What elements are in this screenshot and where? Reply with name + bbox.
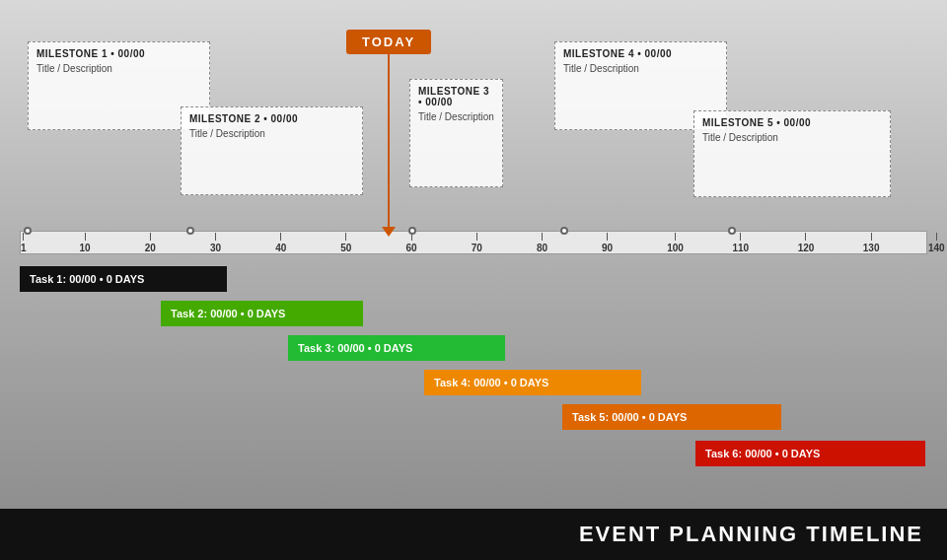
milestone-desc-m2: Title / Description (189, 128, 354, 139)
task-bar-t2: Task 2: 00/00 • 0 DAYS (161, 301, 363, 326)
ruler-tick-line (607, 233, 608, 241)
ruler-tick-label: 140 (928, 243, 945, 253)
task-bar-t6: Task 6: 00/00 • 0 DAYS (695, 441, 925, 466)
ruler-tick: 30 (210, 233, 221, 253)
milestone-box-m5: MILESTONE 5 • 00/00Title / Description (693, 110, 891, 197)
ruler-tick: 70 (472, 233, 482, 253)
ruler-tick-line (740, 233, 741, 241)
milestone-desc-m1: Title / Description (36, 63, 201, 74)
ruler-tick-line (280, 233, 281, 241)
ruler-tick: 120 (798, 233, 815, 253)
task-bar-t3: Task 3: 00/00 • 0 DAYS (288, 335, 505, 361)
milestone-desc-m4: Title / Description (563, 63, 718, 74)
milestone-dot-m5 (728, 227, 736, 235)
milestone-title-m2: MILESTONE 2 • 00/00 (189, 113, 354, 124)
task-label-t5: Task 5: 00/00 • 0 DAYS (572, 411, 687, 423)
ruler-tick: 100 (667, 233, 684, 253)
ruler-tick: 40 (275, 233, 286, 253)
main-container: MILESTONE 1 • 00/00Title / DescriptionMI… (0, 0, 947, 560)
task-label-t4: Task 4: 00/00 • 0 DAYS (434, 377, 548, 388)
task-label-t3: Task 3: 00/00 • 0 DAYS (298, 342, 412, 354)
milestone-dot-m4 (560, 227, 568, 235)
ruler-tick-label: 60 (406, 243, 417, 253)
ruler-tick-line (675, 233, 676, 241)
milestone-box-m2: MILESTONE 2 • 00/00Title / Description (181, 106, 363, 195)
page-title: EVENT PLANNING TIMELINE (579, 522, 923, 547)
ruler-tick: 10 (80, 233, 91, 253)
ruler-tick-label: 120 (798, 243, 815, 253)
ruler-tick-line (542, 233, 543, 241)
today-marker: TODAY (346, 30, 431, 237)
today-arrow (382, 227, 396, 237)
task-label-t6: Task 6: 00/00 • 0 DAYS (705, 448, 820, 459)
ruler-tick: 140 (928, 233, 945, 253)
ruler-tick: 1 (21, 233, 27, 253)
ruler-tick: 90 (602, 233, 613, 253)
milestone-dot-m2 (186, 227, 194, 235)
task-label-t2: Task 2: 00/00 • 0 DAYS (171, 308, 285, 319)
today-line (388, 54, 390, 227)
ruler-tick-label: 80 (537, 243, 547, 253)
ruler-tick-line (805, 233, 806, 241)
ruler-tick-label: 1 (21, 243, 27, 253)
ruler-tick-label: 30 (210, 243, 221, 253)
ruler-tick-line (85, 233, 86, 241)
ruler-tick-label: 100 (667, 243, 684, 253)
ruler-tick-label: 10 (80, 243, 91, 253)
milestone-desc-m5: Title / Description (702, 132, 882, 143)
ruler-tick-line (150, 233, 151, 241)
ruler-tick-label: 130 (863, 243, 880, 253)
task-bar-t1: Task 1: 00/00 • 0 DAYS (20, 266, 227, 292)
ruler-tick-line (215, 233, 216, 241)
ruler-tick: 80 (537, 233, 547, 253)
task-bar-t4: Task 4: 00/00 • 0 DAYS (424, 370, 641, 395)
ruler-tick-label: 90 (602, 243, 613, 253)
task-label-t1: Task 1: 00/00 • 0 DAYS (30, 273, 144, 285)
ruler-tick: 110 (732, 233, 749, 253)
timeline-ruler: 1102030405060708090100110120130140 (20, 231, 927, 254)
milestone-title-m4: MILESTONE 4 • 00/00 (563, 48, 718, 59)
task-bar-t5: Task 5: 00/00 • 0 DAYS (562, 404, 781, 430)
ruler-tick-label: 50 (340, 243, 351, 253)
milestone-dot-m1 (24, 227, 32, 235)
ruler-tick-line (936, 233, 937, 241)
ruler-tick: 20 (145, 233, 156, 253)
ruler-tick-label: 40 (275, 243, 286, 253)
milestone-title-m5: MILESTONE 5 • 00/00 (702, 117, 882, 128)
today-badge: TODAY (346, 30, 431, 54)
milestone-title-m1: MILESTONE 1 • 00/00 (36, 48, 201, 59)
ruler-tick-label: 20 (145, 243, 156, 253)
ruler-tick: 130 (863, 233, 880, 253)
ruler-tick-label: 70 (472, 243, 482, 253)
bottom-bar: EVENT PLANNING TIMELINE (0, 509, 947, 560)
ruler-tick-line (871, 233, 872, 241)
ruler-tick-line (476, 233, 477, 241)
ruler-tick-label: 110 (732, 243, 749, 253)
